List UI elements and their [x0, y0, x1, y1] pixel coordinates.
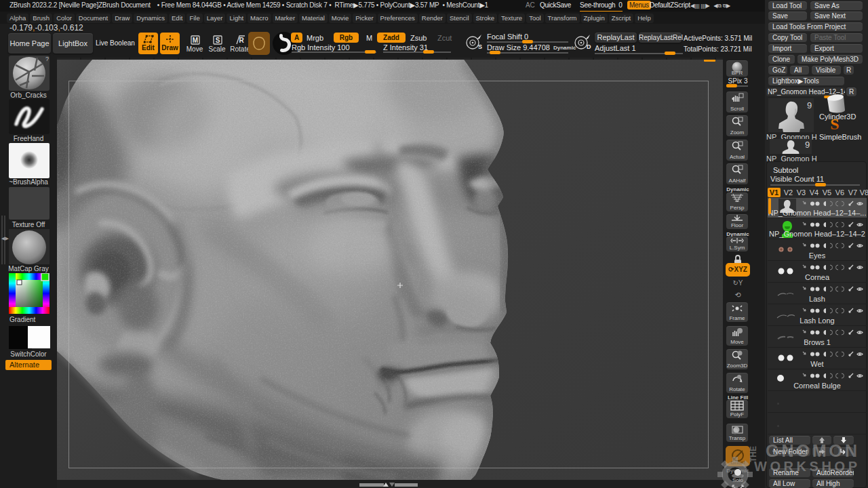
svg-text:S: S	[830, 117, 839, 133]
svg-text:D: D	[587, 43, 591, 50]
svg-text:S: S	[216, 37, 220, 44]
svg-text:9: 9	[807, 100, 812, 110]
svg-text:9: 9	[805, 140, 810, 150]
svg-text:S: S	[478, 43, 482, 50]
svg-text:M: M	[193, 37, 198, 44]
svg-text:R: R	[239, 37, 244, 44]
